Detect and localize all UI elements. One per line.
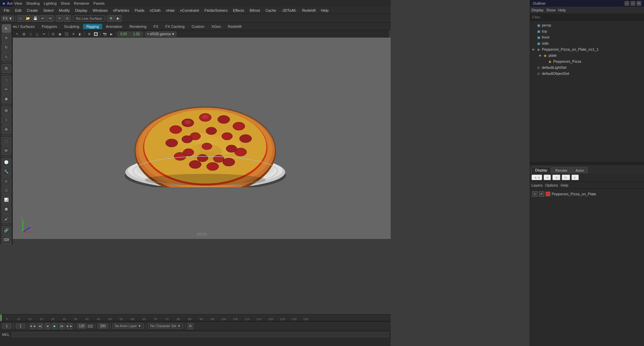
render-settings-btn[interactable]: ⚙ xyxy=(108,15,114,22)
frame-start-input[interactable] xyxy=(2,324,11,329)
vp-texture[interactable]: ⬛ xyxy=(63,31,70,37)
graph-btn[interactable]: 📊 xyxy=(2,196,11,204)
vp-camera[interactable]: 📷 xyxy=(102,31,108,37)
menu-nparticles[interactable]: nParticles xyxy=(111,8,131,13)
vp-display-settings[interactable]: ⚙ xyxy=(86,31,92,37)
snap-curve-btn[interactable]: ⌇ xyxy=(2,116,11,125)
vp-shadows[interactable]: ◐ xyxy=(77,31,83,37)
sculpt-tool[interactable]: ◉ xyxy=(2,95,11,103)
tab-polygons[interactable]: Polygons xyxy=(38,24,60,29)
outliner-menu-show[interactable]: Show xyxy=(546,8,556,12)
outliner-item-front[interactable]: ▣ front xyxy=(530,34,644,40)
time-ruler[interactable]: 5 10 15 20 25 30 35 40 45 50 55 60 65 70… xyxy=(0,314,391,321)
layer-row-pizza[interactable]: V P Pepperoni_Pizza_on_Plate xyxy=(530,190,644,198)
move-tool[interactable]: ✛ xyxy=(2,34,11,42)
attr-btn[interactable]: 🔧 xyxy=(2,167,11,176)
menu-edit[interactable]: Edit xyxy=(13,8,24,13)
gamma-selector[interactable]: ● sRGB gamma ▼ xyxy=(145,32,176,37)
vp-res[interactable]: 🔳 xyxy=(93,31,99,37)
input-btn[interactable]: ⌨ xyxy=(2,236,11,244)
menu-effects[interactable]: Effects xyxy=(231,8,247,13)
outliner-maximize-btn[interactable]: □ xyxy=(631,1,635,6)
menu-windows[interactable]: Windows xyxy=(90,8,110,13)
vp-menu-lighting[interactable]: Lighting xyxy=(44,1,57,5)
vp-menu-renderer[interactable]: Renderer xyxy=(74,1,89,5)
frame-input-2[interactable] xyxy=(16,324,25,329)
outliner-item-objectset[interactable]: ⊙ defaultObjectSet xyxy=(530,70,644,77)
menu-file[interactable]: File xyxy=(1,8,12,13)
rotate-tool[interactable]: ↻ xyxy=(2,43,11,52)
play-btn[interactable]: ► xyxy=(52,323,58,329)
vp-lights[interactable]: ☀ xyxy=(70,31,76,37)
vp-playblast[interactable]: ▶ xyxy=(109,31,115,37)
tab-rigging[interactable]: Rigging xyxy=(83,24,102,29)
play-next-key-btn[interactable]: |► xyxy=(59,323,65,329)
layers-tab-anim[interactable]: Anim xyxy=(572,167,588,174)
outliner-item-group[interactable]: ▶ ◈ Pepperoni_Pizza_on_Plate_nc1_1 xyxy=(530,46,644,52)
outliner-item-top[interactable]: ▣ top xyxy=(530,28,644,34)
tab-xgen[interactable]: XGen xyxy=(208,24,224,29)
menu-nhair[interactable]: nHair xyxy=(164,8,177,13)
render-btn[interactable]: ▶ xyxy=(115,15,122,22)
tab-rendering[interactable]: Rendering xyxy=(126,24,150,29)
paint-tool[interactable]: ✏ xyxy=(2,85,11,94)
outliner-minimize-btn[interactable]: ─ xyxy=(625,1,629,6)
outliner-item-plate[interactable]: ▶ ◆ plate xyxy=(530,52,644,58)
play-prev-btn[interactable]: ◄ xyxy=(44,323,50,329)
layer-color-swatch[interactable] xyxy=(546,192,550,196)
menu-create[interactable]: Create xyxy=(25,8,40,13)
fx-selector[interactable]: FX ▼ xyxy=(1,16,14,21)
layers-prev-btn[interactable]: ◄ xyxy=(544,175,551,180)
vp-select-all[interactable]: ↖ xyxy=(14,31,20,37)
layers-menu-options[interactable]: Options xyxy=(545,183,558,187)
viewport[interactable]: persp x y z xyxy=(13,38,391,239)
layers-tab-render[interactable]: Render xyxy=(552,167,571,174)
render-region-btn[interactable]: ⬚ xyxy=(2,137,11,146)
outliner-search-input[interactable] xyxy=(532,15,642,19)
cloth-btn[interactable]: ⬟ xyxy=(2,205,11,214)
menu-display[interactable]: Display xyxy=(73,8,90,13)
anim-end-input[interactable] xyxy=(97,324,108,329)
menu-modify[interactable]: Modify xyxy=(56,8,72,13)
menu-3dtoall[interactable]: -3DToAll- xyxy=(279,8,299,13)
menu-nconstraint[interactable]: nConstraint xyxy=(178,8,201,13)
vp-val1[interactable]: 0.00 xyxy=(118,32,130,37)
anim-layer-selector[interactable]: No Anim Layer ▼ xyxy=(113,324,144,329)
frame-end-input[interactable] xyxy=(77,324,86,329)
play-prev-prev-btn[interactable]: ◄◄ xyxy=(30,323,36,329)
select-tool[interactable]: ↖ xyxy=(2,24,11,33)
scale-tool[interactable]: ⤡ xyxy=(2,52,11,61)
layers-next-btn[interactable]: ► xyxy=(571,175,579,180)
tab-animation[interactable]: Animation xyxy=(102,24,126,29)
mel-input[interactable] xyxy=(12,332,389,337)
save-scene-btn[interactable]: 💾 xyxy=(32,15,39,22)
menu-redshift[interactable]: Redshift xyxy=(300,8,318,13)
snap-point-btn[interactable]: ⊕ xyxy=(2,125,11,134)
vp-menu-view[interactable]: View xyxy=(14,1,22,5)
tab-custom[interactable]: Custom xyxy=(188,24,208,29)
layers-next-key-btn[interactable]: |► xyxy=(562,175,570,180)
new-scene-btn[interactable]: □ xyxy=(17,15,24,22)
node-btn[interactable]: ⬡ xyxy=(2,186,11,195)
layers-tab-display[interactable]: Display xyxy=(531,167,551,174)
layer-playback-btn[interactable]: P xyxy=(539,191,544,197)
vp-select-comp[interactable]: △ xyxy=(34,31,40,37)
vp-menu-panels[interactable]: Panels xyxy=(93,1,105,5)
outliner-item-side[interactable]: ▣ side xyxy=(530,40,644,46)
play-prev-key-btn[interactable]: ◄| xyxy=(37,323,43,329)
vp-select-hier[interactable]: ⊞ xyxy=(21,31,27,37)
show-hide-btn[interactable]: 👁 xyxy=(2,146,11,155)
vp-menu-show[interactable]: Show xyxy=(61,1,70,5)
outliner-item-persp[interactable]: ▣ persp xyxy=(530,22,644,28)
menu-ncloth[interactable]: nCloth xyxy=(147,8,163,13)
vp-wireframe[interactable]: ⊡ xyxy=(50,31,56,37)
layers-menu-help[interactable]: Help xyxy=(561,183,568,187)
paint2-btn[interactable]: 🖌 xyxy=(2,214,11,223)
outliner-item-pizza[interactable]: ◆ Pepperoni_Pizza xyxy=(530,58,644,64)
vp-smooth[interactable]: ◉ xyxy=(57,31,63,37)
layer-visibility-btn[interactable]: V xyxy=(532,191,538,197)
menu-fluids[interactable]: Fluids xyxy=(132,8,147,13)
tab-sculpting[interactable]: Sculpting xyxy=(61,24,83,29)
outliner-menu-display[interactable]: Display xyxy=(531,8,544,12)
universal-manip[interactable]: ⊞ xyxy=(2,64,11,73)
